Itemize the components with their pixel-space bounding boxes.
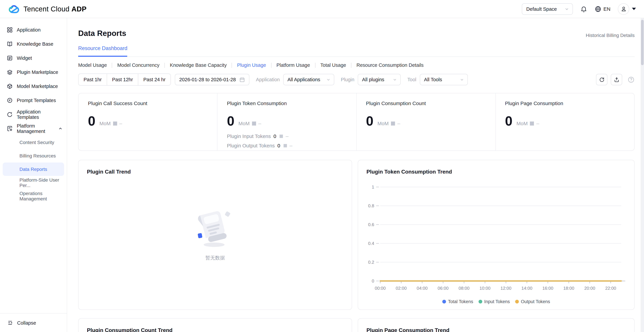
mom-label: MoM	[238, 120, 250, 126]
tool-select[interactable]: All Tools	[420, 74, 468, 85]
sidebar-item-application-templates[interactable]: Application Templates	[0, 108, 67, 122]
svg-text:20:00: 20:00	[584, 286, 595, 291]
user-menu[interactable]	[618, 3, 636, 14]
sidebar-item-model-marketplace[interactable]: Model Marketplace	[0, 79, 67, 93]
sidebar-item-label: Model Marketplace	[17, 84, 58, 89]
sub-stat-label: Plugin Output Tokens	[227, 143, 275, 148]
sidebar-subitem-label: Platform-Side User Per...	[20, 177, 64, 188]
mom-value: –	[397, 120, 400, 126]
mom-label: MoM	[516, 120, 528, 126]
stat-value: 0	[227, 114, 234, 128]
page-title: Data Reports	[78, 29, 126, 38]
app-root: Tencent CloudADP Default Space	[0, 0, 644, 332]
chevron-down-icon	[564, 6, 569, 11]
tool-select-value: All Tools	[424, 77, 442, 82]
subnav-resource-consumption-details[interactable]: Resource Consumption Details	[356, 62, 424, 68]
legend-dot-icon	[515, 300, 519, 304]
range-past-12hr-button[interactable]: Past 12hr	[107, 74, 138, 85]
subnav-plugin-usage[interactable]: Plugin Usage	[237, 62, 266, 68]
date-range-picker[interactable]: 2026-01-28 to 2026-01-28	[175, 74, 249, 85]
range-past-1hr-button[interactable]: Past 1hr	[78, 74, 107, 85]
export-button[interactable]	[611, 74, 622, 85]
sub-stat-value: 0	[277, 143, 280, 148]
chevron-down-icon	[393, 78, 397, 82]
refresh-button[interactable]	[596, 74, 608, 85]
sidebar-item-data-reports[interactable]: Data Reports	[3, 162, 64, 176]
sidebar-item-label: Knowledge Base	[17, 41, 53, 47]
svg-text:18:00: 18:00	[563, 286, 574, 291]
sidebar-item-billing-resources[interactable]: Billing Resources	[3, 149, 64, 162]
chat-icon	[7, 97, 13, 104]
divider	[271, 62, 271, 68]
sidebar-item-application[interactable]: Application	[0, 23, 67, 37]
brand-logo[interactable]: Tencent CloudADP	[8, 4, 86, 14]
range-past-24hr-button[interactable]: Past 24 hr	[138, 74, 170, 85]
notification-bell-icon[interactable]	[580, 5, 587, 12]
stat-value: 0	[505, 114, 512, 128]
legend-label: Total Tokens	[448, 299, 473, 304]
sidebar-subitem-label: Billing Resources	[20, 153, 56, 158]
application-filter-label: Application	[256, 77, 280, 82]
historical-billing-details-link[interactable]: Historical Billing Details	[586, 32, 634, 38]
application-select[interactable]: All Applications	[283, 74, 334, 85]
sidebar-item-plugin-marketplace[interactable]: Plugin Marketplace	[0, 65, 67, 79]
space-selector[interactable]: Default Space	[522, 3, 573, 14]
sidebar-item-operations-management[interactable]: Operations Management	[3, 189, 64, 203]
mom-square-icon	[280, 134, 283, 138]
plugin-select[interactable]: All plugins	[358, 74, 401, 85]
subnav-knowledge-base-capacity[interactable]: Knowledge Base Capacity	[170, 62, 227, 68]
sidebar-item-prompt-templates[interactable]: Prompt Templates	[0, 93, 67, 108]
space-selector-value: Default Space	[526, 6, 557, 12]
legend-item-input-tokens[interactable]: Input Tokens	[478, 299, 510, 304]
layers-icon	[7, 69, 13, 75]
stat-sub-row-output-tokens: Plugin Output Tokens 0 –	[227, 143, 347, 148]
svg-text:0.4: 0.4	[368, 241, 374, 246]
language-code: EN	[604, 6, 610, 12]
help-icon[interactable]	[628, 76, 634, 83]
sidebar-item-label: Platform Management	[17, 123, 49, 134]
svg-text:0.6: 0.6	[368, 222, 374, 227]
mom-square-icon	[391, 121, 395, 126]
token-consumption-chart: 00.20.40.60.8100:0002:0004:0006:0008:001…	[361, 180, 632, 298]
tab-bar: Resource Dashboard	[78, 45, 634, 57]
sidebar-collapse-button[interactable]: Collapse	[0, 313, 67, 332]
subnav-platform-usage[interactable]: Platform Usage	[276, 62, 310, 68]
legend-item-total-tokens[interactable]: Total Tokens	[442, 299, 473, 304]
widget-icon	[7, 55, 13, 61]
scrollbar-thumb[interactable]	[641, 20, 644, 65]
stat-value: 0	[88, 114, 96, 128]
chevron-down-icon	[460, 78, 464, 82]
svg-text:0.8: 0.8	[368, 203, 374, 208]
divider	[112, 62, 112, 68]
sidebar-item-widget[interactable]: Widget	[0, 51, 67, 65]
sidebar-item-label: Widget	[17, 56, 32, 61]
svg-text:22:00: 22:00	[605, 286, 616, 291]
application-select-value: All Applications	[288, 77, 320, 82]
sub-stat-label: Plugin Input Tokens	[227, 133, 271, 139]
legend-item-output-tokens[interactable]: Output Tokens	[515, 299, 550, 304]
tab-resource-dashboard[interactable]: Resource Dashboard	[78, 45, 127, 57]
language-selector[interactable]: EN	[595, 6, 610, 12]
subnav-total-usage[interactable]: Total Usage	[320, 62, 346, 68]
subnav-model-usage[interactable]: Model Usage	[78, 62, 107, 68]
mom-value: –	[290, 143, 292, 148]
plugin-token-consumption-trend-card: Plugin Token Consumption Trend 00.20.40.…	[358, 160, 634, 310]
sidebar-item-label: Prompt Templates	[17, 98, 56, 103]
empty-state: 暂无数据	[78, 207, 352, 261]
brand-suffix: ADP	[72, 5, 86, 12]
stats-summary-card: Plugin Call Success Count 0 MoM– Plugin …	[78, 93, 634, 151]
sidebar-item-content-security[interactable]: Content Security	[3, 136, 64, 149]
refresh-icon	[599, 77, 604, 82]
svg-text:04:00: 04:00	[417, 286, 428, 291]
svg-text:02:00: 02:00	[396, 286, 406, 291]
mom-label: MoM	[378, 120, 389, 126]
scrollbar-track[interactable]	[641, 18, 644, 332]
calendar-icon	[239, 77, 245, 82]
sidebar-item-platform-side-user-permissions[interactable]: Platform-Side User Per...	[3, 176, 64, 189]
sidebar-item-platform-management[interactable]: Platform Management	[0, 122, 67, 136]
sidebar-subitem-label: Content Security	[20, 140, 54, 145]
export-icon	[614, 77, 619, 82]
stat-plugin-token-consumption: Plugin Token Consumption 0 MoM– Plugin I…	[217, 93, 356, 150]
sidebar-item-knowledge-base[interactable]: Knowledge Base	[0, 37, 67, 51]
subnav-model-concurrency[interactable]: Model Concurrency	[117, 62, 160, 68]
